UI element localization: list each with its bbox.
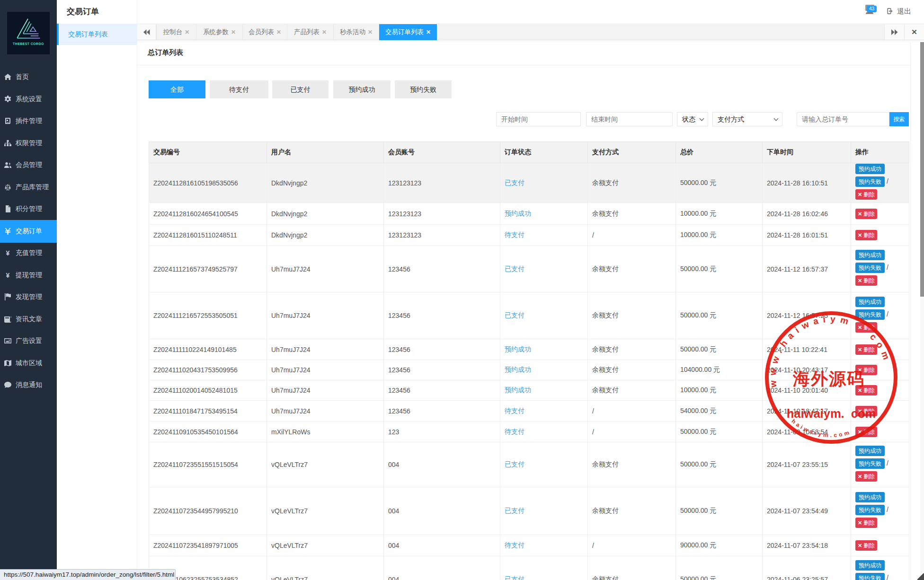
svg-text:¥: ¥: [6, 249, 10, 256]
svg-text:THEBEST CORGO: THEBEST CORGO: [13, 42, 44, 45]
svg-text:haiwaiym. com: haiwaiym. com: [787, 407, 876, 420]
svg-text:海外源码: 海外源码: [792, 369, 865, 388]
svg-text:¥: ¥: [6, 272, 10, 279]
